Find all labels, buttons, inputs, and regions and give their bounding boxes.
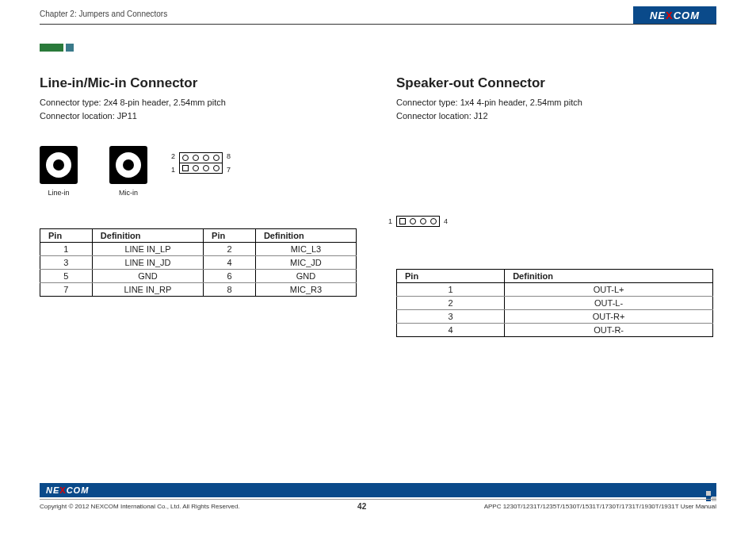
nexcom-logo-footer: NEXCOM — [46, 485, 89, 495]
page-number: 42 — [357, 502, 366, 511]
linein-micin-table: Pin Definition Pin Definition 1LINE IN_L… — [40, 228, 357, 297]
connector-location-right: Connector location: J12 — [396, 111, 488, 121]
copyright-text: Copyright © 2012 NEXCOM International Co… — [40, 503, 240, 510]
th-pin: Pin — [397, 270, 505, 283]
speakerout-table: Pin Definition 1OUT-L+ 2OUT-L- 3OUT-R+ 4… — [396, 269, 713, 337]
chapter-title: Chapter 2: Jumpers and Connectors — [40, 10, 716, 18]
table-row: 1LINE IN_LP2MIC_L3 — [40, 243, 357, 256]
section-title-right: Speaker-out Connector — [396, 75, 713, 91]
decor-teal-bar — [66, 44, 74, 52]
th-def2: Definition — [255, 229, 356, 243]
table-row: 2OUT-L- — [397, 297, 713, 310]
th-def: Definition — [505, 270, 713, 283]
pin-num-1: 1 — [388, 217, 392, 225]
linein-jack-icon — [40, 146, 78, 184]
table-row: 7LINE IN_RP8MIC_R3 — [40, 283, 357, 297]
table-header-row: Pin Definition Pin Definition — [40, 229, 357, 243]
pin-num-1: 1 — [171, 166, 175, 174]
connector-location-left: Connector location: JP11 — [40, 111, 137, 121]
pin-num-8: 8 — [227, 152, 231, 160]
header-divider — [40, 24, 716, 25]
table-row: 3LINE IN_JD4MIC_JD — [40, 256, 357, 270]
speakerout-section: Speaker-out Connector Connector type: 1x… — [396, 75, 713, 337]
table-row: 4OUT-R- — [397, 324, 713, 337]
footer-bar: NEXCOM — [40, 483, 716, 497]
linein-micin-section: Line-in/Mic-in Connector Connector type:… — [40, 75, 357, 337]
pin-num-7: 7 — [227, 166, 231, 174]
table-row: 5GND6GND — [40, 270, 357, 283]
linein-jack-label: Line-in — [40, 189, 78, 197]
th-pin2: Pin — [204, 229, 256, 243]
th-def: Definition — [92, 229, 203, 243]
pin-num-2: 2 — [171, 152, 175, 160]
pinheader-2x4-diagram: 2 8 1 7 — [179, 152, 223, 174]
micin-jack-block: Mic-in — [109, 146, 147, 197]
section-desc-right: Connector type: 1x4 4-pin header, 2.54mm… — [396, 96, 713, 122]
connector-type-left: Connector type: 2x4 8-pin header, 2.54mm… — [40, 98, 226, 107]
micin-jack-label: Mic-in — [109, 189, 147, 197]
micin-jack-icon — [109, 146, 147, 184]
pin-num-4: 4 — [444, 217, 448, 225]
table-row: 1OUT-L+ — [397, 283, 713, 297]
nexcom-logo-top: NEXCOM — [633, 6, 716, 24]
pinheader-1x4-diagram: 1 4 — [396, 216, 440, 227]
footer-text-row: Copyright © 2012 NEXCOM International Co… — [40, 499, 716, 511]
table-row: 3OUT-R+ — [397, 310, 713, 324]
manual-title: APPC 1230T/1231T/1235T/1530T/1531T/1730T… — [484, 503, 716, 510]
section-desc-left: Connector type: 2x4 8-pin header, 2.54mm… — [40, 96, 357, 122]
linein-jack-block: Line-in — [40, 146, 78, 197]
th-pin: Pin — [40, 229, 93, 243]
jack-row: Line-in Mic-in 2 8 1 7 — [40, 146, 357, 197]
connector-type-right: Connector type: 1x4 4-pin header, 2.54mm… — [396, 98, 582, 107]
section-title-left: Line-in/Mic-in Connector — [40, 75, 357, 91]
table-header-row: Pin Definition — [397, 270, 713, 283]
decor-green-bar — [40, 44, 63, 52]
